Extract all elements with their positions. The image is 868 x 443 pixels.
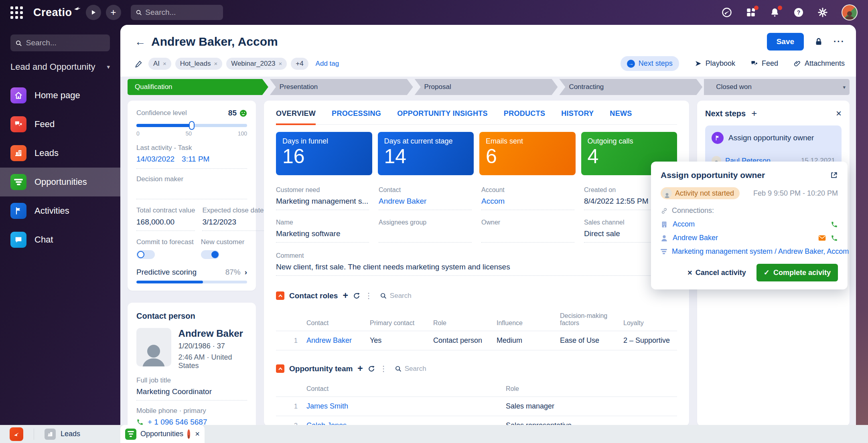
playbook-button[interactable]: Playbook [694, 59, 735, 68]
attachments-button[interactable]: Attachments [793, 59, 845, 68]
new-customer-toggle[interactable] [201, 250, 219, 259]
column-header[interactable]: Role [433, 320, 497, 327]
contact-link[interactable]: James Smith [306, 402, 506, 411]
owner-value[interactable] [481, 229, 574, 243]
refresh-icon[interactable] [368, 365, 375, 372]
sidebar-item-opportunities[interactable]: Opportunities [0, 168, 120, 196]
mail-icon[interactable] [818, 235, 826, 241]
tag-remove-icon[interactable]: × [214, 60, 217, 67]
add-icon[interactable]: + [357, 364, 363, 373]
stage-closed-won[interactable]: Closed won▾ [704, 79, 850, 95]
total-contract-value[interactable]: 168,000.00 [136, 214, 195, 231]
add-step-button[interactable]: + [751, 108, 757, 119]
tab-news[interactable]: NEWS [610, 109, 632, 124]
add-tag-button[interactable]: Add tag [316, 60, 339, 68]
column-header[interactable]: Loyalty [623, 320, 677, 327]
opportunity-team-search[interactable]: Search [395, 365, 426, 373]
chevron-down-icon[interactable]: ▾ [843, 84, 846, 90]
user-avatar[interactable] [842, 4, 858, 20]
tags-overflow-pill[interactable]: +4 [291, 58, 308, 70]
customer-need-select[interactable]: Marketing management s...▾ [276, 197, 369, 210]
tab-processing[interactable]: PROCESSING [332, 109, 381, 124]
column-header[interactable]: Primary contact [370, 320, 433, 327]
stage-qualification[interactable]: Qualification [128, 79, 268, 95]
last-activity-date[interactable]: 14/03/2022 [136, 155, 174, 164]
help-icon[interactable]: ? [793, 7, 804, 18]
tag-remove-icon[interactable]: × [278, 60, 282, 67]
chevron-right-icon[interactable]: › [245, 268, 247, 277]
lock-icon[interactable] [814, 37, 823, 46]
account-link[interactable]: Accom [481, 197, 505, 205]
app-launcher-icon[interactable] [10, 6, 23, 19]
table-row[interactable]: 1 Andrew Baker Yes Contact person Medium… [276, 331, 677, 350]
tag-remove-icon[interactable]: × [163, 60, 166, 67]
opportunity-link[interactable]: Marketing management system / Andrew Bak… [672, 247, 849, 256]
workspace-selector[interactable]: Lead and Opportunity ▾ [10, 62, 110, 72]
expected-close-value[interactable]: 3/12/2023 [202, 214, 264, 231]
account-link[interactable]: Accom [673, 220, 695, 229]
global-search-input[interactable] [145, 8, 218, 17]
add-button[interactable]: + [106, 5, 121, 20]
contact-link[interactable]: Caleb Jones [306, 421, 506, 425]
save-button[interactable]: Save [767, 33, 804, 51]
add-icon[interactable]: + [343, 291, 348, 300]
phone-icon[interactable] [831, 221, 838, 228]
stage-presentation[interactable]: Presentation [270, 79, 413, 95]
contact-link[interactable]: Andrew Baker [306, 336, 370, 345]
taskbar-tab-opportunities[interactable]: Opportunities × [120, 425, 205, 443]
column-header[interactable]: Role [506, 385, 677, 392]
tab-opportunity-insights[interactable]: OPPORTUNITY INSIGHTS [397, 109, 488, 124]
settings-gear-icon[interactable] [817, 7, 828, 18]
decision-maker-value[interactable] [136, 183, 247, 199]
last-activity-time[interactable]: 3:11 PM [182, 155, 209, 164]
refresh-icon[interactable] [353, 292, 360, 299]
tag-pill[interactable]: Webinar_2023× [226, 58, 287, 70]
marketplace-apps-icon[interactable] [746, 7, 756, 18]
contact-roles-search[interactable]: Search [380, 292, 412, 300]
close-tab-icon[interactable]: × [195, 429, 200, 439]
activity-status-badge[interactable]: Activity not started [661, 187, 740, 199]
open-in-new-icon[interactable] [830, 171, 838, 179]
sidebar-item-feed[interactable]: Feed [0, 110, 120, 139]
contact-photo[interactable] [136, 328, 171, 366]
sidebar-item-chat[interactable]: Chat [0, 225, 120, 254]
assignees-group-value[interactable] [379, 229, 472, 243]
pulse-icon[interactable] [722, 7, 732, 18]
slider-handle[interactable] [189, 121, 195, 130]
column-header[interactable]: Contact [306, 320, 370, 327]
table-row[interactable]: 1 James Smith Sales manager [276, 397, 677, 416]
sidebar-item-leads[interactable]: Leads [0, 139, 120, 168]
stage-contracting[interactable]: Contracting [559, 79, 702, 95]
name-value[interactable]: Marketing software [276, 229, 369, 243]
tab-history[interactable]: HISTORY [561, 109, 594, 124]
contact-link[interactable]: Andrew Baker [379, 197, 426, 205]
global-search[interactable] [131, 5, 223, 20]
feed-button[interactable]: Feed [750, 59, 778, 68]
phone-icon[interactable] [831, 235, 838, 242]
tag-pill[interactable]: AI× [148, 58, 171, 70]
collapse-chevron-icon[interactable] [276, 291, 284, 300]
column-header[interactable]: Influence [497, 320, 560, 327]
back-arrow-button[interactable]: ← [135, 36, 146, 48]
tag-pill[interactable]: Hot_leads× [175, 58, 222, 70]
complete-activity-button[interactable]: ✓ Complete acivity [756, 264, 838, 281]
cancel-activity-button[interactable]: × Cancel activity [688, 268, 746, 277]
tab-products[interactable]: PRODUCTS [504, 109, 545, 124]
tab-overview[interactable]: OVERVIEW [276, 109, 316, 125]
commit-to-forecast-toggle[interactable] [136, 250, 155, 259]
kebab-menu-icon[interactable]: ⋮ [380, 364, 387, 373]
next-steps-button[interactable]: → Next steps [621, 56, 679, 71]
column-header[interactable]: Contact [306, 385, 506, 392]
mobile-phone-value[interactable]: + 1 096 546 5687 [148, 418, 207, 425]
close-icon[interactable]: × [836, 108, 842, 119]
confidence-slider[interactable] [136, 124, 247, 127]
notifications-bell-icon[interactable] [770, 7, 780, 18]
contact-link[interactable]: Andrew Baker [673, 234, 718, 242]
collapse-chevron-icon[interactable] [276, 364, 284, 373]
sidebar-search-input[interactable] [26, 38, 105, 47]
play-button[interactable] [86, 5, 101, 20]
sidebar-search[interactable] [10, 34, 110, 51]
taskbar-item-leads[interactable]: Leads [45, 429, 80, 440]
column-header[interactable]: Decision-making factors [560, 312, 623, 327]
sidebar-item-home-page[interactable]: Home page [0, 81, 120, 110]
